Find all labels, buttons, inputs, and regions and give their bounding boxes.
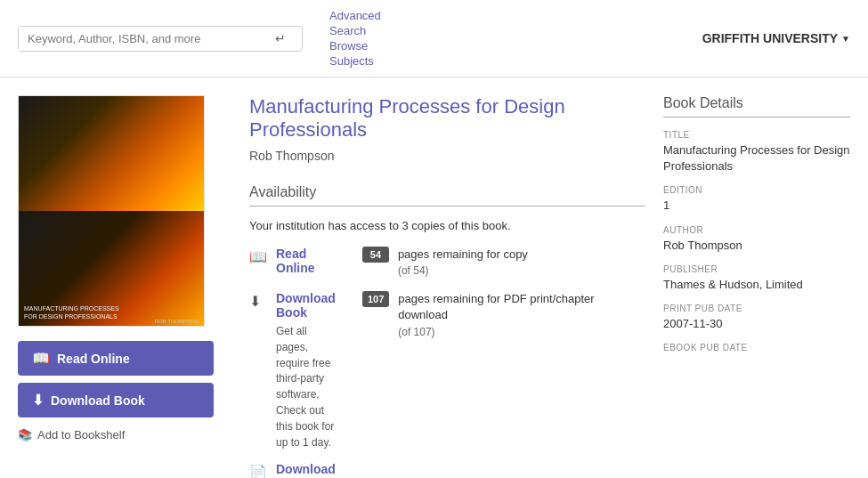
availability-section: Availability Your institution has access… [249,184,645,478]
avail-right: 54 pages remaining for copy (of 54) 107 … [362,247,645,478]
pages-pdf-badge: 107 [362,291,389,307]
download-icon: ⬇ [32,392,44,409]
download-book-link[interactable]: Download Book [276,291,336,320]
search-input-wrapper: ↵ [18,26,303,52]
cover-title-text: MANUFACTURING PROCESSESFOR DESIGN PROFES… [24,304,119,320]
search-submit-button[interactable]: ↵ [268,28,293,49]
center-content: Manufacturing Processes for Design Profe… [249,95,645,478]
header: ↵ Advanced Search Browse Subjects GRIFFI… [0,0,868,77]
nav-subjects[interactable]: Subjects [329,54,381,68]
avail-left: 📖 Read Online ⬇ Download Book Get all pa… [249,247,336,478]
detail-publisher-label: PUBLISHER [663,264,850,274]
bookshelf-icon: 📚 [18,428,32,442]
detail-title-value: Manufacturing Processes for Design Profe… [663,142,850,174]
availability-options: 📖 Read Online ⬇ Download Book Get all pa… [249,247,645,478]
detail-author-value: Rob Thompson [663,238,850,254]
book-open-icon: 📖 [32,350,50,367]
read-online-button[interactable]: 📖 Read Online [18,341,214,376]
detail-print-pub-date-label: PRINT PUB DATE [663,304,850,313]
left-sidebar: MANUFACTURING PROCESSESFOR DESIGN PROFES… [18,95,231,478]
availability-heading: Availability [249,184,645,200]
download-pdf-link[interactable]: Download PDF Chapter [276,462,336,478]
availability-divider [249,206,645,207]
pages-copy-text: pages remaining for copy [398,247,528,261]
search-area: ↵ Advanced Search Browse Subjects [18,9,702,68]
detail-title-label: TITLE [663,130,850,140]
read-online-link[interactable]: Read Online [276,247,336,275]
read-online-option: 📖 Read Online [249,247,336,279]
detail-edition-label: EDITION [663,185,850,195]
pages-copy-badge: 54 [362,247,389,263]
book-cover-bottom: MANUFACTURING PROCESSESFOR DESIGN PROFES… [19,211,204,326]
book-cover: MANUFACTURING PROCESSESFOR DESIGN PROFES… [18,95,205,327]
pages-pdf-item: 107 pages remaining for PDF print/chapte… [362,291,645,337]
pages-pdf-text: pages remaining for PDF print/chapter do… [398,292,594,321]
search-input[interactable] [19,27,268,51]
cover-author-text: ROB THOMPSON [155,319,199,324]
read-online-icon: 📖 [249,248,267,265]
book-cover-top [19,96,204,211]
detail-edition-value: 1 [663,198,850,214]
institution-dropdown-icon: ▼ [841,34,850,44]
detail-ebook-pub-date-label: EBOOK PUB DATE [663,343,850,352]
pages-copy-sub: (of 54) [398,264,429,277]
download-book-desc: Get all pages, require free third-party … [276,325,334,449]
main-content: MANUFACTURING PROCESSESFOR DESIGN PROFES… [0,77,868,478]
nav-search[interactable]: Search [329,24,381,37]
institution-label[interactable]: GRIFFITH UNIVERSITY ▼ [702,31,850,45]
pages-pdf-sub: (of 107) [398,326,434,338]
pages-copy-item: 54 pages remaining for copy (of 54) [362,247,645,277]
add-to-bookshelf-button[interactable]: 📚 Add to Bookshelf [18,425,125,445]
book-details-heading: Book Details [663,95,850,111]
detail-print-pub-date-value: 2007-11-30 [663,316,850,332]
download-book-option: ⬇ Download Book Get all pages, require f… [249,291,336,450]
nav-browse[interactable]: Browse [329,39,381,53]
detail-author-label: AUTHOR [663,225,850,235]
book-title: Manufacturing Processes for Design Profe… [249,95,645,142]
download-book-icon: ⬇ [249,293,267,310]
right-sidebar: Book Details TITLE Manufacturing Process… [663,95,850,478]
copies-text: Your institution has access to 3 copies … [249,219,645,232]
details-divider [663,117,850,117]
book-author: Rob Thompson [249,149,645,163]
download-pdf-option: 📄 Download PDF Chapter Get up to 107 pag… [249,462,336,478]
download-pdf-icon: 📄 [249,464,267,478]
download-book-button[interactable]: ⬇ Download Book [18,383,214,417]
nav-advanced[interactable]: Advanced [329,9,381,22]
nav-links: Advanced Search Browse Subjects [329,9,381,68]
detail-publisher-value: Thames & Hudson, Limited [663,277,850,293]
